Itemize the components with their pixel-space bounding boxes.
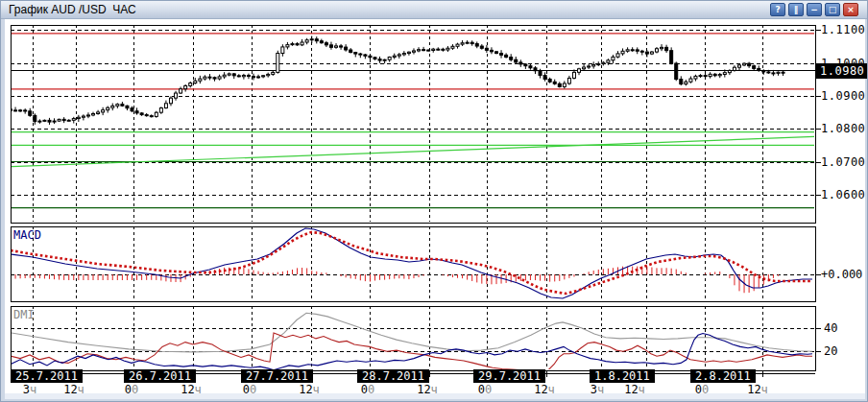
date-label: 29.7.2011 (473, 369, 545, 383)
time-label: 12ч (741, 383, 774, 396)
time-label: 12ч (528, 383, 561, 396)
chart-window: 1.11001.10001.09001.08001.07001.060025.7… (0, 0, 868, 402)
date-label: 1.8.2011 (590, 369, 655, 383)
time-label: 00 (351, 383, 384, 396)
price-axis-label: 1.0700 (821, 155, 865, 169)
price-axis-label: 1.1100 (821, 23, 865, 36)
time-label: 12ч (411, 383, 444, 396)
panel-border[interactable] (12, 26, 816, 224)
price-axis-label: 1.0800 (821, 122, 865, 135)
date-label: 25.7.2011 (11, 369, 83, 383)
panel-border[interactable] (12, 227, 816, 302)
macd-zero-label: +0.000 (821, 268, 862, 281)
time-label: 12ч (293, 383, 326, 396)
time-label: 00 (686, 383, 718, 396)
time-label: 12ч (58, 383, 90, 396)
time-label: 12ч (175, 383, 207, 396)
time-label: 3ч (581, 383, 614, 396)
time-label: 3ч (13, 383, 46, 396)
current-price-box: 1.0980 (816, 63, 867, 79)
dmi-level-20-label: 20 (824, 344, 837, 358)
time-label: 00 (469, 383, 501, 396)
date-label: 26.7.2011 (124, 369, 196, 383)
time-label: 00 (115, 383, 148, 396)
date-label: 27.7.2011 (241, 369, 313, 383)
macd-panel-label: MACD (13, 228, 41, 242)
dmi-panel-label: DMI (13, 308, 35, 321)
price-axis-label: 1.0900 (821, 89, 865, 103)
time-label: 00 (233, 383, 266, 396)
price-axis-label: 1.0600 (821, 188, 865, 201)
date-label: 28.7.2011 (357, 369, 429, 383)
time-label: 12ч (618, 383, 651, 396)
chart-canvas[interactable] (1, 1, 868, 402)
date-label: 2.8.2011 (690, 369, 756, 383)
dmi-level-40-label: 40 (824, 321, 837, 335)
